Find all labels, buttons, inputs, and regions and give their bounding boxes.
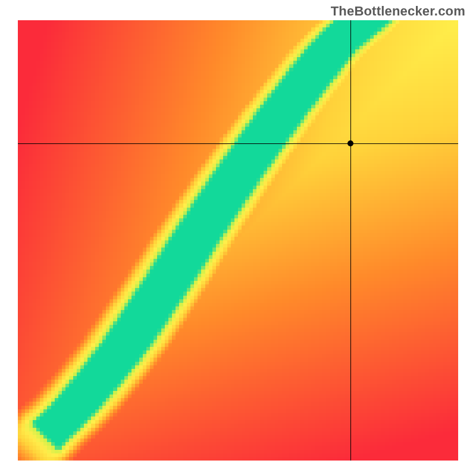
selected-point-marker <box>347 140 353 146</box>
crosshair-horizontal <box>18 143 458 144</box>
chart-container: TheBottlenecker.com <box>0 0 476 476</box>
watermark-text: TheBottlenecker.com <box>331 4 465 19</box>
heatmap-canvas <box>18 20 458 461</box>
crosshair-vertical <box>350 20 351 461</box>
